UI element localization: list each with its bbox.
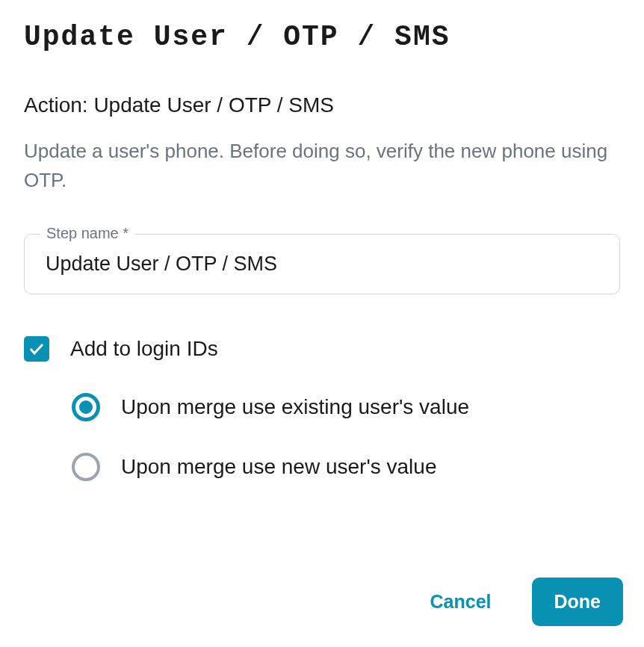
action-label: Action: Update User / OTP / SMS [24, 93, 620, 117]
merge-radio-group: Upon merge use existing user's value Upo… [24, 393, 620, 481]
radio-existing-user-value[interactable]: Upon merge use existing user's value [72, 393, 620, 421]
done-button[interactable]: Done [532, 578, 624, 626]
step-name-field: Step name * [24, 234, 620, 294]
radio-button-unselected-icon [72, 453, 100, 481]
dialog-actions: Cancel Done [408, 578, 623, 626]
step-name-label: Step name * [40, 225, 134, 242]
add-to-login-ids-row: Add to login IDs [24, 336, 620, 362]
action-prefix: Action: [24, 93, 93, 117]
radio-existing-label: Upon merge use existing user's value [121, 395, 469, 419]
radio-new-label: Upon merge use new user's value [121, 455, 436, 479]
checkmark-icon [28, 340, 46, 358]
add-to-login-ids-label: Add to login IDs [70, 337, 218, 361]
action-description: Update a user's phone. Before doing so, … [24, 137, 620, 195]
action-name: Update User / OTP / SMS [93, 93, 334, 117]
add-to-login-ids-checkbox[interactable] [24, 336, 49, 362]
step-name-input[interactable] [24, 234, 620, 294]
page-title: Update User / OTP / SMS [24, 21, 620, 53]
radio-button-selected-icon [72, 393, 100, 421]
radio-inner-dot-icon [79, 400, 93, 414]
radio-new-user-value[interactable]: Upon merge use new user's value [72, 453, 620, 481]
cancel-button[interactable]: Cancel [408, 578, 514, 626]
